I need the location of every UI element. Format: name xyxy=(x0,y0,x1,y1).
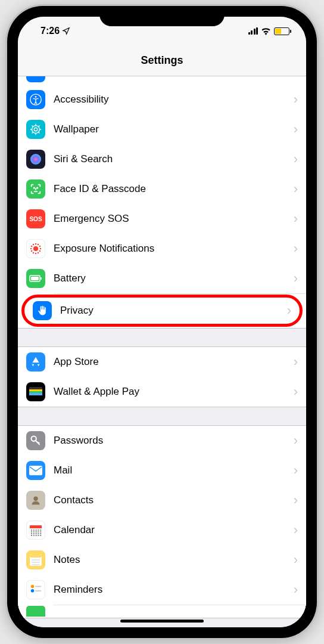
settings-row-siri[interactable]: Siri & Search › xyxy=(18,144,306,174)
settings-row-calendar[interactable]: Calendar › xyxy=(18,515,306,545)
svg-point-15 xyxy=(31,246,32,247)
home-indicator[interactable] xyxy=(120,620,204,623)
settings-row-reminders[interactable]: Reminders › xyxy=(18,575,306,605)
svg-point-14 xyxy=(30,248,32,249)
settings-row-wallpaper[interactable]: Wallpaper › xyxy=(18,114,306,144)
svg-point-13 xyxy=(31,250,32,252)
contacts-icon xyxy=(26,491,45,510)
svg-rect-34 xyxy=(36,530,37,531)
row-label: Passwords xyxy=(54,435,294,447)
settings-row-passwords[interactable]: Passwords › xyxy=(18,426,306,456)
page-title: Settings xyxy=(141,54,183,67)
chevron-right-icon: › xyxy=(294,463,298,478)
settings-section: Accessibility › Wallpaper › Siri & Searc… xyxy=(18,76,306,329)
status-time: 7:26 xyxy=(40,26,60,36)
cellular-signal-icon xyxy=(248,27,258,35)
settings-row-wallet[interactable]: Wallet & Apple Pay › xyxy=(18,377,306,407)
svg-point-29 xyxy=(33,497,38,501)
chevron-right-icon: › xyxy=(294,384,298,400)
svg-rect-50 xyxy=(38,535,39,536)
svg-rect-53 xyxy=(30,554,42,558)
svg-rect-32 xyxy=(31,530,32,531)
row-label: Calendar xyxy=(54,524,294,536)
svg-rect-28 xyxy=(29,466,42,475)
chevron-right-icon: › xyxy=(294,181,298,197)
svg-rect-44 xyxy=(36,533,37,534)
chevron-right-icon: › xyxy=(294,582,298,597)
chevron-right-icon: › xyxy=(294,211,298,227)
svg-point-12 xyxy=(33,252,34,253)
location-arrow-icon xyxy=(62,27,70,35)
svg-rect-49 xyxy=(36,535,37,536)
row-label: Siri & Search xyxy=(54,153,294,165)
row-label: Privacy xyxy=(60,305,287,317)
settings-row-contacts[interactable]: Contacts › xyxy=(18,485,306,515)
settings-row-sos[interactable]: SOS Emergency SOS › xyxy=(18,204,306,234)
svg-point-17 xyxy=(35,243,36,244)
status-right xyxy=(248,27,290,35)
svg-rect-42 xyxy=(31,533,32,534)
row-label: Contacts xyxy=(54,494,294,506)
svg-rect-26 xyxy=(29,393,42,395)
settings-row-faceid[interactable]: Face ID & Passcode › xyxy=(18,174,306,204)
svg-point-57 xyxy=(31,585,35,589)
chevron-right-icon: › xyxy=(294,271,298,286)
settings-row-notes[interactable]: Notes › xyxy=(18,545,306,575)
wallet-icon xyxy=(26,382,45,401)
svg-point-58 xyxy=(31,589,35,593)
svg-rect-21 xyxy=(31,277,39,280)
settings-row-mail[interactable]: Mail › xyxy=(18,456,306,485)
svg-rect-22 xyxy=(40,277,42,280)
settings-row-privacy[interactable]: Privacy › xyxy=(21,295,303,327)
wifi-icon xyxy=(261,27,271,35)
battery-icon xyxy=(26,269,45,288)
svg-point-3 xyxy=(32,126,40,134)
chevron-right-icon: › xyxy=(294,433,298,448)
svg-point-18 xyxy=(38,244,39,245)
notch xyxy=(99,6,225,26)
chevron-right-icon: › xyxy=(294,122,298,137)
svg-rect-46 xyxy=(40,533,41,534)
row-label: Emergency SOS xyxy=(54,213,294,225)
row-label: Reminders xyxy=(54,584,294,596)
chevron-right-icon: › xyxy=(294,552,298,568)
row-label: App Store xyxy=(54,356,294,368)
svg-point-8 xyxy=(40,248,41,249)
settings-section: Passwords › Mail › Contacts › Calendar ›… xyxy=(18,425,306,618)
sos-icon: SOS xyxy=(26,209,45,228)
svg-rect-36 xyxy=(40,530,41,531)
svg-point-16 xyxy=(33,244,34,245)
svg-rect-47 xyxy=(31,535,32,536)
key-icon xyxy=(26,431,45,450)
settings-row-appstore[interactable]: App Store › xyxy=(18,347,306,377)
faceid-icon xyxy=(26,179,45,199)
svg-rect-39 xyxy=(36,531,37,532)
settings-section: App Store › Wallet & Apple Pay › xyxy=(18,346,306,407)
row-label: Wallet & Apple Pay xyxy=(54,386,294,398)
notes-icon xyxy=(26,550,45,569)
row-label: Notes xyxy=(54,554,294,566)
row-label: Wallpaper xyxy=(54,123,294,135)
siri-icon xyxy=(26,150,45,169)
calendar-icon xyxy=(26,521,45,540)
accessibility-icon xyxy=(26,90,45,109)
svg-point-5 xyxy=(34,187,35,188)
battery-icon xyxy=(274,27,289,35)
svg-point-7 xyxy=(33,246,38,251)
svg-rect-41 xyxy=(40,531,41,532)
row-label: Mail xyxy=(54,465,294,476)
phone-frame: 7:26 Settings Accessibility › Wallpaper … xyxy=(7,6,317,638)
svg-rect-43 xyxy=(33,533,35,534)
phone-screen: 7:26 Settings Accessibility › Wallpaper … xyxy=(18,17,306,627)
mail-icon xyxy=(26,461,45,480)
partial-icon xyxy=(26,606,45,617)
svg-point-9 xyxy=(39,250,40,252)
svg-point-19 xyxy=(39,246,40,247)
svg-point-6 xyxy=(37,187,38,188)
settings-row-accessibility[interactable]: Accessibility › xyxy=(18,85,306,114)
settings-row-exposure[interactable]: Exposure Notifications › xyxy=(18,234,306,264)
settings-list[interactable]: Accessibility › Wallpaper › Siri & Searc… xyxy=(18,76,306,627)
svg-rect-37 xyxy=(31,531,32,532)
row-label: Battery xyxy=(54,273,294,284)
settings-row-battery[interactable]: Battery › xyxy=(18,264,306,293)
